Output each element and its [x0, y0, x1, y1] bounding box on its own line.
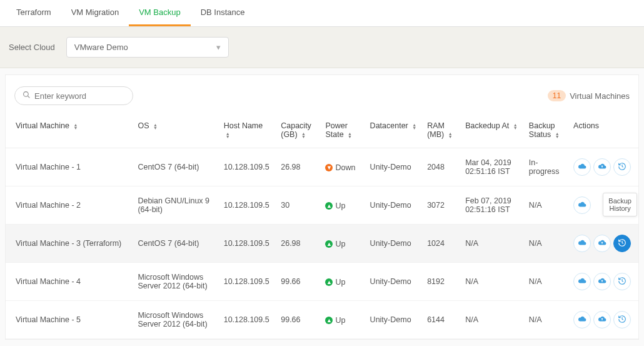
col-label: OS	[138, 121, 149, 130]
toolbar: 11 Virtual Machines	[6, 75, 638, 109]
cell-status: N/A	[524, 263, 568, 301]
table-row: Virtual Machine - 2Debian GNU/Linux 9 (6…	[6, 186, 638, 225]
cell-backedup: Mar 04, 2019 02:51:16 IST	[460, 148, 524, 186]
cloud-icon	[578, 315, 586, 325]
cloud-select[interactable]: VMware Demo ▾	[66, 37, 229, 58]
col-header[interactable]: Power State ▲▼	[320, 109, 365, 148]
history-icon	[618, 315, 626, 325]
cloud-up-icon	[598, 238, 606, 249]
cell-status: N/A	[524, 186, 568, 225]
col-header[interactable]: Host Name ▲▼	[219, 109, 276, 148]
cloud-icon	[578, 277, 586, 287]
col-header[interactable]: OS ▲▼	[133, 109, 218, 148]
cell-ram: 6144	[422, 301, 460, 339]
sort-icon: ▲▼	[412, 123, 416, 130]
backup-button[interactable]	[573, 235, 591, 252]
cell-capacity: 26.98	[276, 225, 320, 263]
filter-label: Select Cloud	[9, 43, 55, 52]
restore-button[interactable]	[593, 158, 611, 176]
cell-ram: 1024	[422, 225, 460, 263]
cloud-up-icon	[598, 162, 606, 173]
cell-capacity: 99.66	[276, 301, 320, 339]
count-area: 11 Virtual Machines	[548, 90, 630, 101]
backup-button[interactable]	[573, 158, 591, 176]
col-header[interactable]: Capacity (GB) ▲▼	[276, 109, 320, 148]
cell-backedup: Feb 07, 2019 02:51:16 IST	[460, 186, 524, 225]
history-button[interactable]	[613, 158, 631, 176]
sort-icon: ▲▼	[153, 123, 158, 130]
sort-icon: ▲▼	[555, 132, 560, 138]
col-header[interactable]: RAM (MB) ▲▼	[422, 109, 460, 148]
filter-bar: Select Cloud VMware Demo ▾	[0, 27, 644, 68]
col-label: Host Name	[224, 121, 263, 130]
backup-button[interactable]	[573, 196, 591, 214]
cell-vm: Virtual Machine - 4	[6, 263, 133, 301]
col-header[interactable]: Backup Status ▲▼	[524, 109, 568, 148]
table-row: Virtual Machine - 3 (Terraform)CentOS 7 …	[6, 225, 638, 263]
actions-cell	[573, 235, 633, 252]
restore-button[interactable]	[593, 235, 611, 252]
cell-actions	[568, 301, 638, 339]
cloud-icon	[578, 200, 586, 211]
backup-button[interactable]	[573, 273, 591, 290]
cell-datacenter: Unity-Demo	[365, 186, 423, 225]
table-row: Virtual Machine - 5Microsoft Windows Ser…	[6, 301, 638, 339]
cell-backedup: N/A	[460, 225, 524, 263]
power-icon: ▲	[325, 202, 333, 210]
actions-cell	[573, 273, 633, 290]
cell-os: Debian GNU/Linux 9 (64-bit)	[133, 186, 218, 225]
sort-icon: ▲▼	[301, 132, 306, 138]
sort-icon: ▲▼	[226, 132, 230, 138]
col-label: RAM (MB)	[427, 121, 445, 139]
cell-capacity: 99.66	[276, 263, 320, 301]
history-icon	[618, 162, 626, 173]
tab-vm-backup[interactable]: VM Backup	[129, 0, 190, 26]
cell-actions	[568, 148, 638, 186]
cell-backedup: N/A	[460, 263, 524, 301]
svg-line-1	[28, 96, 29, 98]
cell-vm: Virtual Machine - 3 (Terraform)	[6, 225, 133, 263]
cell-vm: Virtual Machine - 5	[6, 301, 133, 339]
restore-button[interactable]	[593, 273, 611, 290]
cell-status: In-progress	[524, 148, 568, 186]
col-header[interactable]: Backedup At ▲▼	[460, 109, 524, 148]
cell-actions	[568, 263, 638, 301]
restore-button[interactable]	[593, 311, 611, 328]
backup-button[interactable]	[573, 311, 591, 328]
cell-ram: 8192	[422, 263, 460, 301]
cell-host: 10.128.109.5	[219, 263, 276, 301]
power-icon: ▲	[325, 317, 333, 324]
tab-db-instance[interactable]: DB Instance	[191, 0, 255, 26]
history-button[interactable]	[613, 311, 631, 328]
tabs-bar: TerraformVM MigrationVM BackupDB Instanc…	[0, 0, 644, 27]
cell-host: 10.128.109.5	[219, 186, 276, 225]
cell-ram: 2048	[422, 148, 460, 186]
cloud-up-icon	[598, 315, 606, 325]
history-button[interactable]	[613, 235, 631, 252]
cell-os: CentOS 7 (64-bit)	[133, 148, 218, 186]
cell-os: CentOS 7 (64-bit)	[133, 225, 218, 263]
col-label: Backup Status	[529, 121, 555, 139]
tab-terraform[interactable]: Terraform	[6, 0, 61, 26]
search-box[interactable]	[14, 86, 133, 105]
chevron-down-icon: ▾	[216, 43, 221, 52]
svg-point-0	[24, 92, 29, 97]
tab-vm-migration[interactable]: VM Migration	[61, 0, 129, 26]
cell-backedup: N/A	[460, 301, 524, 339]
cell-capacity: 30	[276, 186, 320, 225]
history-icon	[618, 277, 626, 287]
search-input[interactable]	[34, 91, 125, 101]
col-label: Capacity (GB)	[281, 121, 311, 139]
power-label: Up	[335, 316, 345, 325]
col-label: Backedup At	[465, 121, 509, 130]
cell-datacenter: Unity-Demo	[365, 263, 423, 301]
cell-power: ▲ Up	[320, 225, 365, 263]
cloud-select-value: VMware Demo	[74, 43, 128, 52]
col-header[interactable]: Virtual Machine ▲▼	[6, 109, 133, 148]
cell-actions: BackupHistory	[568, 186, 638, 225]
power-icon: ▼	[325, 164, 333, 171]
history-button[interactable]	[613, 273, 631, 290]
col-header[interactable]: Datacenter ▲▼	[365, 109, 423, 148]
cell-power: ▼ Down	[320, 148, 365, 186]
actions-cell	[573, 158, 633, 176]
